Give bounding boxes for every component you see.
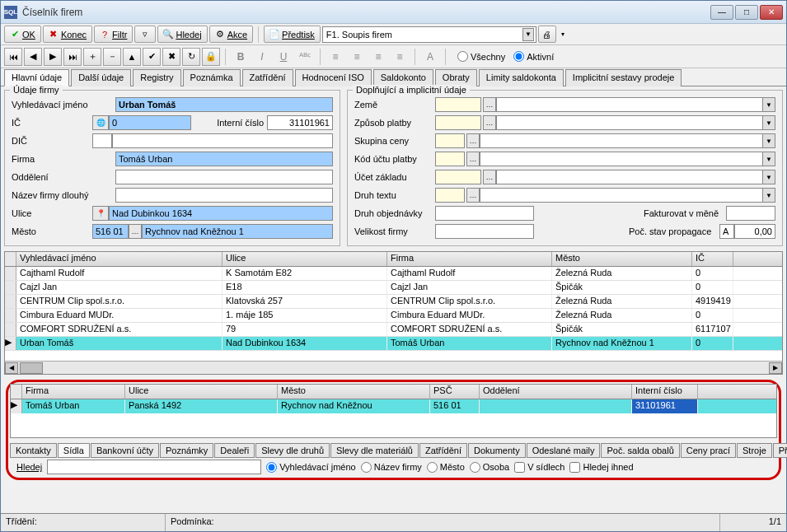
- refresh-button[interactable]: ↻: [182, 48, 200, 66]
- input-dic[interactable]: [112, 133, 333, 148]
- input-nazev[interactable]: [115, 188, 333, 203]
- subtab-9[interactable]: Odeslané maily: [527, 443, 601, 458]
- bullets-icon[interactable]: ≡: [326, 48, 345, 66]
- subtab-0[interactable]: Kontakty: [10, 443, 57, 458]
- combo-skupina[interactable]: ▼: [480, 133, 775, 148]
- input-firma[interactable]: [115, 152, 333, 166]
- h-scrollbar[interactable]: ◀ ▶: [5, 361, 782, 374]
- tab-6[interactable]: Saldokonto: [373, 69, 433, 86]
- sub-col-header[interactable]: Město: [278, 385, 430, 399]
- table-row[interactable]: COMFORT SDRUŽENÍ a.s.79COMFORT SDRUŽENÍ …: [5, 323, 782, 337]
- radio-vsechny[interactable]: Všechny: [457, 51, 505, 62]
- input-psc[interactable]: [92, 224, 129, 239]
- minimize-button[interactable]: —: [710, 5, 733, 20]
- table-row[interactable]: ▶Urban TomášNad Dubinkou 1634Tomáš Urban…: [5, 337, 782, 351]
- sub-col-header[interactable]: Firma: [22, 385, 125, 399]
- col-header[interactable]: IČ: [692, 252, 733, 266]
- add-button[interactable]: ＋: [83, 48, 101, 66]
- scroll-left-icon[interactable]: ◀: [5, 362, 18, 374]
- tab-3[interactable]: Poznámka: [183, 69, 241, 86]
- input-ucet-code[interactable]: [435, 170, 481, 184]
- radio-vyhled[interactable]: Vyhledávací jméno: [266, 462, 356, 473]
- input-dic-cc[interactable]: [92, 133, 112, 148]
- input-zeme-code[interactable]: [435, 97, 481, 112]
- chevron-down-icon[interactable]: ▼: [522, 28, 534, 41]
- radio-mesto[interactable]: Město: [427, 462, 465, 473]
- align-right-icon[interactable]: ≡: [390, 48, 410, 66]
- akce-button[interactable]: ⚙Akce: [209, 26, 253, 43]
- input-druhobj[interactable]: [435, 206, 534, 221]
- combo-ucet[interactable]: ▼: [496, 170, 775, 184]
- input-pocstav-code[interactable]: [719, 224, 734, 239]
- italic-icon[interactable]: I: [252, 48, 272, 66]
- table-row[interactable]: Cajthaml RudolfK Samotám E82Cajthaml Rud…: [5, 267, 782, 281]
- col-header[interactable]: Město: [552, 252, 692, 266]
- print-dropdown[interactable]: ▾: [558, 30, 568, 38]
- up-button[interactable]: ▲: [123, 48, 141, 66]
- scroll-thumb[interactable]: [20, 362, 43, 374]
- confirm-button[interactable]: ✔: [143, 48, 161, 66]
- sub-row[interactable]: ▶Tomáš UrbanPanská 1492Rychnov nad Kněžn…: [11, 399, 776, 413]
- font-icon[interactable]: A: [420, 48, 440, 66]
- input-oddeleni[interactable]: [115, 170, 333, 184]
- remove-button[interactable]: －: [103, 48, 121, 66]
- subtab-8[interactable]: Dokumenty: [468, 443, 526, 458]
- input-zpusob-code[interactable]: [435, 115, 481, 130]
- subtab-4[interactable]: Dealeři: [214, 443, 255, 458]
- col-header[interactable]: Firma: [387, 252, 552, 266]
- report-combo[interactable]: F1. Soupis firem▼: [322, 26, 536, 43]
- predtisk-button[interactable]: 📄Předtisk: [264, 26, 321, 43]
- align-left-icon[interactable]: ≡: [347, 48, 367, 66]
- tab-1[interactable]: Další údaje: [71, 69, 131, 86]
- druh-lookup[interactable]: …: [466, 188, 480, 203]
- subtab-2[interactable]: Bankovní účty: [91, 443, 159, 458]
- hledej-button[interactable]: 🔍Hledej: [157, 26, 207, 43]
- sub-col-header[interactable]: PSČ: [430, 385, 480, 399]
- subtab-5[interactable]: Slevy dle druhů: [255, 443, 330, 458]
- col-header[interactable]: Vyhledávací jméno: [16, 252, 223, 266]
- maximize-button[interactable]: □: [735, 5, 758, 20]
- input-pocstav-num[interactable]: [734, 224, 775, 239]
- radio-aktivni[interactable]: Aktivní: [513, 51, 554, 62]
- col-header[interactable]: Ulice: [223, 252, 387, 266]
- filtr-clear-button[interactable]: ▿: [134, 26, 156, 43]
- ic-lookup-icon[interactable]: 🌐: [92, 115, 109, 130]
- subtab-7[interactable]: Zatřídění: [419, 443, 467, 458]
- input-ic[interactable]: [109, 115, 191, 130]
- tab-7[interactable]: Obraty: [435, 69, 477, 86]
- input-kod-code[interactable]: [435, 152, 465, 166]
- combo-zpusob[interactable]: ▼: [496, 115, 775, 130]
- subtab-11[interactable]: Ceny prací: [681, 443, 736, 458]
- underline-icon[interactable]: U: [274, 48, 293, 66]
- input-druh-code[interactable]: [435, 188, 465, 203]
- filtr-button[interactable]: ?Filtr: [94, 26, 133, 43]
- bold-icon[interactable]: B: [231, 48, 251, 66]
- ucet-lookup[interactable]: …: [483, 170, 496, 184]
- next-button[interactable]: ▶: [44, 48, 62, 66]
- first-button[interactable]: ⏮: [4, 48, 22, 66]
- tab-2[interactable]: Registry: [133, 69, 180, 86]
- skupina-lookup[interactable]: …: [466, 133, 480, 148]
- kod-lookup[interactable]: …: [466, 152, 480, 166]
- grid-body[interactable]: Cajthaml RudolfK Samotám E82Cajthaml Rud…: [5, 267, 782, 361]
- sub-col-header[interactable]: Ulice: [125, 385, 278, 399]
- input-vyhled[interactable]: [115, 97, 333, 112]
- table-row[interactable]: Cimbura Eduard MUDr.1. máje 185Cimbura E…: [5, 309, 782, 323]
- table-row[interactable]: CENTRUM Clip spol.s.r.o.Klatovská 257CEN…: [5, 295, 782, 309]
- prev-button[interactable]: ◀: [24, 48, 42, 66]
- combo-kod[interactable]: ▼: [480, 152, 775, 166]
- align-center-icon[interactable]: ≡: [368, 48, 388, 66]
- input-interni[interactable]: [267, 115, 333, 130]
- sub-col-header[interactable]: Oddělení: [480, 385, 632, 399]
- strike-icon[interactable]: ᴬᴮᶜ: [295, 48, 315, 66]
- radio-nazev[interactable]: Název firmy: [361, 462, 422, 473]
- zeme-lookup[interactable]: …: [483, 97, 496, 112]
- zpusob-lookup[interactable]: …: [483, 115, 496, 130]
- subtab-10[interactable]: Poč. salda obalů: [601, 443, 679, 458]
- tab-5[interactable]: Hodnocení ISO: [295, 69, 372, 86]
- subgrid-body[interactable]: ▶Tomáš UrbanPanská 1492Rychnov nad Kněžn…: [11, 399, 776, 413]
- konec-button[interactable]: ✖Konec: [43, 26, 92, 43]
- radio-osoba[interactable]: Osoba: [470, 462, 509, 473]
- tab-4[interactable]: Zatřídění: [242, 69, 293, 86]
- subtab-6[interactable]: Slevy dle materiálů: [330, 443, 419, 458]
